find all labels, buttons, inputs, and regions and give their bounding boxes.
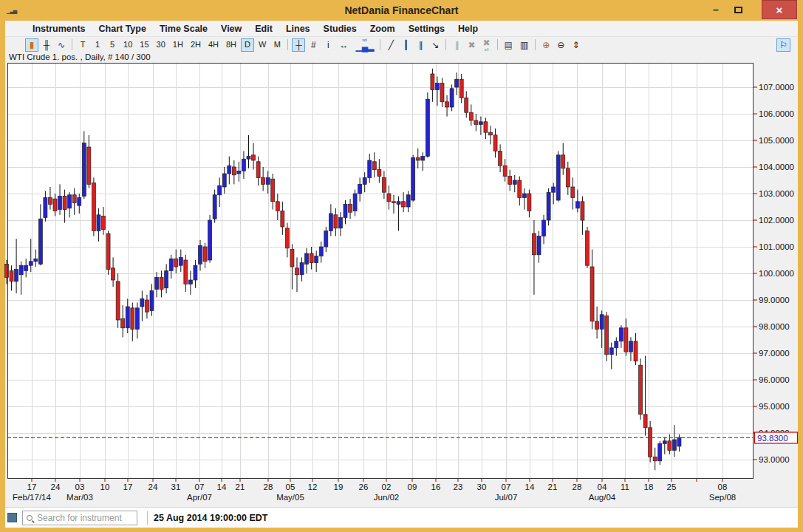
svg-text:28: 28 [573,482,582,491]
pin-toolbar-button[interactable]: ⚐ [776,38,790,52]
minimize-button[interactable]: – [705,0,726,19]
last-price-label: 93.8300 [755,432,798,443]
svg-text:10: 10 [100,482,110,491]
menu-lines[interactable]: Lines [279,22,317,35]
svg-text:30: 30 [477,482,487,491]
svg-text:102.0000: 102.0000 [759,216,794,225]
svg-text:93.0000: 93.0000 [759,455,790,464]
menu-instruments[interactable]: Instruments [26,22,92,35]
timescale-d[interactable]: D [241,38,254,52]
delete-all-lines-icon: ✖ [483,38,491,47]
print-preview-icon: ▥ [520,41,528,50]
app-window: ▁▃▅ NetDania FinanceChart – × Instrument… [0,0,803,532]
timescale-m[interactable]: M [270,38,284,52]
parallel-lines-tool-button[interactable]: ∥ [414,38,427,52]
arrow-tool-icon: ↘ [431,41,439,50]
svg-text:08: 08 [718,482,728,491]
svg-text:02: 02 [382,482,392,491]
menu-view[interactable]: View [214,22,248,35]
close-button[interactable]: × [762,0,797,19]
print-icon: ▤ [505,41,513,50]
print-preview-button[interactable]: ▥ [517,38,531,52]
svg-text:104.0000: 104.0000 [759,163,794,171]
timescale-5[interactable]: 5 [106,38,119,52]
line-chart-button[interactable]: ∿ [55,38,68,52]
candlestick-chart[interactable]: 107.0000106.0000105.0000104.0000103.0000… [0,52,803,507]
svg-text:16: 16 [431,482,441,491]
svg-text:21: 21 [236,482,245,491]
parallel-lines-tool-icon: ∥ [418,41,423,50]
trend-line-tool-button[interactable]: ╱ [384,38,397,52]
svg-text:107.0000: 107.0000 [759,83,794,92]
maximize-button[interactable] [728,0,748,19]
window-title: NetDania FinanceChart [0,4,803,16]
fit-vertical-button[interactable]: ⇕ [569,38,582,52]
svg-text:100.0000: 100.0000 [759,269,794,278]
svg-text:24: 24 [148,482,158,491]
toolbar-separator [445,39,446,50]
svg-text:09: 09 [408,482,417,491]
svg-text:97.0000: 97.0000 [759,349,790,358]
timescale-1h[interactable]: 1H [170,38,186,52]
menu-zoom[interactable]: Zoom [363,22,402,35]
search-placeholder: Search for instrument [37,513,122,523]
timescale-w[interactable]: W [256,38,269,52]
timescale-2h[interactable]: 2H [188,38,204,52]
menu-time-scale[interactable]: Time Scale [153,22,214,35]
candlestick-chart-icon: ▮ [30,41,35,50]
menu-studies[interactable]: Studies [317,22,363,35]
svg-text:31: 31 [171,482,181,491]
crosshair-tool-icon: ┼ [295,41,302,50]
timescale-t[interactable]: T [76,38,89,52]
volume-toggle-icon: ▁▄▂ [355,42,373,51]
fit-vertical-icon: ⇕ [572,41,579,50]
print-button[interactable]: ▤ [502,38,516,52]
svg-text:106.0000: 106.0000 [759,109,794,118]
menu-edit[interactable]: Edit [248,22,279,35]
title-bar: ▁▃▅ NetDania FinanceChart – × [0,0,803,21]
svg-text:103.0000: 103.0000 [759,189,794,198]
delete-line-button[interactable]: ✖ [465,38,478,52]
menu-help[interactable]: Help [451,22,485,35]
arrow-tool-button[interactable]: ↘ [428,38,442,52]
volume-toggle-button[interactable]: vol▁▄▂ [352,38,376,52]
grid-toggle-button[interactable]: # [307,38,320,52]
toolbar: ▮╫∿T151015301H2H4H8HDWM┼#i↔vol▁▄▂╱┃∥↘∥✖✖… [5,37,798,52]
timescale-4h[interactable]: 4H [205,38,222,52]
trend-line-tool-icon: ╱ [389,41,394,50]
minimize-icon: – [713,4,719,16]
menu-chart-type[interactable]: Chart Type [92,22,153,35]
vertical-line-tool-button[interactable]: ┃ [399,38,412,52]
menu-settings[interactable]: Settings [402,22,451,35]
delete-all-lines-sub-label: all [485,47,489,52]
duplicate-line-button[interactable]: ∥ [450,38,463,52]
delete-all-lines-button[interactable]: ✖all [480,38,493,52]
svg-text:05: 05 [286,482,295,491]
svg-text:99.0000: 99.0000 [759,296,790,304]
timescale-15[interactable]: 15 [137,38,151,52]
crosshair-tool-button[interactable]: ┼ [292,38,305,52]
timescale-8h[interactable]: 8H [223,38,239,52]
svg-text:May/05: May/05 [276,493,304,502]
info-tool-button[interactable]: i [321,38,335,52]
toolbar-separator [380,39,380,50]
svg-text:24: 24 [51,482,61,491]
svg-text:96.0000: 96.0000 [759,375,790,384]
ohlc-chart-icon: ╫ [44,41,50,50]
zoom-out-button[interactable]: ⊖ [554,38,567,52]
svg-text:18: 18 [644,482,654,491]
timescale-30[interactable]: 30 [154,38,168,52]
svg-text:Apr/07: Apr/07 [187,493,212,502]
svg-text:Mar/03: Mar/03 [66,493,93,502]
candlestick-chart-button[interactable]: ▮ [25,38,38,52]
svg-text:Feb/17/14: Feb/17/14 [13,493,51,502]
ohlc-chart-button[interactable]: ╫ [40,38,53,52]
timescale-10[interactable]: 10 [120,38,135,52]
info-tool-icon: i [327,41,329,50]
search-input[interactable]: Search for instrument [22,511,137,525]
zoom-in-button[interactable]: ⊕ [539,38,553,52]
svg-text:95.0000: 95.0000 [759,402,790,411]
svg-text:98.0000: 98.0000 [759,322,790,331]
timescale-1[interactable]: 1 [91,38,104,52]
expand-horizontal-button[interactable]: ↔ [336,38,351,52]
